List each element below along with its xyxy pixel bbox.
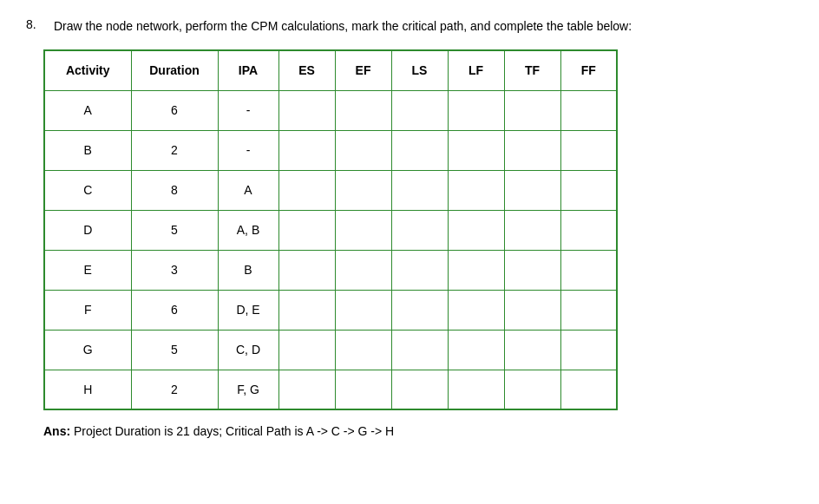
answer-label: Ans:	[43, 424, 70, 438]
table-wrapper: Activity Duration IPA ES EF LS LF TF FF …	[43, 49, 793, 410]
cell-lf-6	[448, 330, 504, 370]
header-lf: LF	[448, 50, 504, 90]
cell-activity-7: H	[44, 370, 131, 409]
cell-lf-3	[448, 210, 504, 250]
cell-lf-2	[448, 170, 504, 210]
cell-ls-2	[391, 170, 448, 210]
cell-es-7	[278, 370, 335, 409]
cell-ls-5	[391, 290, 448, 330]
cpm-table: Activity Duration IPA ES EF LS LF TF FF …	[43, 49, 618, 410]
cell-ef-1	[335, 130, 391, 170]
cell-ipa-0: -	[218, 90, 278, 130]
cell-duration-0: 6	[131, 90, 218, 130]
cell-duration-1: 2	[131, 130, 218, 170]
cell-ipa-6: C, D	[218, 330, 278, 370]
cell-tf-1	[504, 130, 560, 170]
answer-text: Project Duration is 21 days; Critical Pa…	[74, 424, 394, 438]
cell-tf-4	[504, 250, 560, 290]
cell-ef-0	[335, 90, 391, 130]
header-ef: EF	[335, 50, 391, 90]
cell-duration-6: 5	[131, 330, 218, 370]
cell-activity-6: G	[44, 330, 131, 370]
table-row: D5A, B	[44, 210, 617, 250]
cell-ls-7	[391, 370, 448, 409]
cell-duration-2: 8	[131, 170, 218, 210]
cell-ff-4	[560, 250, 617, 290]
cell-tf-3	[504, 210, 560, 250]
cell-es-6	[278, 330, 335, 370]
cell-ff-0	[560, 90, 617, 130]
cell-lf-4	[448, 250, 504, 290]
question-text: Draw the node network, perform the CPM c…	[54, 17, 632, 36]
cell-ipa-5: D, E	[218, 290, 278, 330]
cell-tf-2	[504, 170, 560, 210]
cell-es-0	[278, 90, 335, 130]
cell-ls-0	[391, 90, 448, 130]
cell-duration-3: 5	[131, 210, 218, 250]
cell-lf-5	[448, 290, 504, 330]
header-ipa: IPA	[218, 50, 278, 90]
table-row: F6D, E	[44, 290, 617, 330]
header-ff: FF	[560, 50, 617, 90]
header-es: ES	[278, 50, 335, 90]
cell-ff-2	[560, 170, 617, 210]
cell-tf-6	[504, 330, 560, 370]
cell-ef-2	[335, 170, 391, 210]
cell-ef-4	[335, 250, 391, 290]
cell-ef-3	[335, 210, 391, 250]
cell-ipa-7: F, G	[218, 370, 278, 409]
cell-tf-7	[504, 370, 560, 409]
cell-ff-6	[560, 330, 617, 370]
cell-ff-5	[560, 290, 617, 330]
cell-ls-1	[391, 130, 448, 170]
cell-ls-6	[391, 330, 448, 370]
cell-activity-0: A	[44, 90, 131, 130]
table-row: C8A	[44, 170, 617, 210]
cell-es-2	[278, 170, 335, 210]
header-activity: Activity	[44, 50, 131, 90]
cell-es-1	[278, 130, 335, 170]
table-row: G5C, D	[44, 330, 617, 370]
question-container: 8. Draw the node network, perform the CP…	[26, 17, 793, 438]
table-row: H2F, G	[44, 370, 617, 409]
cell-lf-0	[448, 90, 504, 130]
cell-duration-4: 3	[131, 250, 218, 290]
cell-tf-5	[504, 290, 560, 330]
table-header-row: Activity Duration IPA ES EF LS LF TF FF	[44, 50, 617, 90]
cell-ls-3	[391, 210, 448, 250]
question-number: 8.	[26, 17, 47, 36]
cell-activity-5: F	[44, 290, 131, 330]
table-row: E3B	[44, 250, 617, 290]
cell-activity-4: E	[44, 250, 131, 290]
cell-ff-7	[560, 370, 617, 409]
cell-tf-0	[504, 90, 560, 130]
cell-ef-6	[335, 330, 391, 370]
header-duration: Duration	[131, 50, 218, 90]
question-row: 8. Draw the node network, perform the CP…	[26, 17, 793, 36]
cell-ef-5	[335, 290, 391, 330]
cell-ff-1	[560, 130, 617, 170]
cell-lf-7	[448, 370, 504, 409]
cell-ipa-3: A, B	[218, 210, 278, 250]
cell-activity-1: B	[44, 130, 131, 170]
cell-duration-5: 6	[131, 290, 218, 330]
cell-ls-4	[391, 250, 448, 290]
table-row: A6-	[44, 90, 617, 130]
answer-container: Ans: Project Duration is 21 days; Critic…	[43, 424, 793, 438]
cell-ipa-2: A	[218, 170, 278, 210]
cell-ef-7	[335, 370, 391, 409]
cell-es-5	[278, 290, 335, 330]
cell-ff-3	[560, 210, 617, 250]
cell-activity-2: C	[44, 170, 131, 210]
cell-duration-7: 2	[131, 370, 218, 409]
table-row: B2-	[44, 130, 617, 170]
cell-lf-1	[448, 130, 504, 170]
header-ls: LS	[391, 50, 448, 90]
cell-es-3	[278, 210, 335, 250]
cell-ipa-4: B	[218, 250, 278, 290]
cell-es-4	[278, 250, 335, 290]
header-tf: TF	[504, 50, 560, 90]
cell-ipa-1: -	[218, 130, 278, 170]
cell-activity-3: D	[44, 210, 131, 250]
